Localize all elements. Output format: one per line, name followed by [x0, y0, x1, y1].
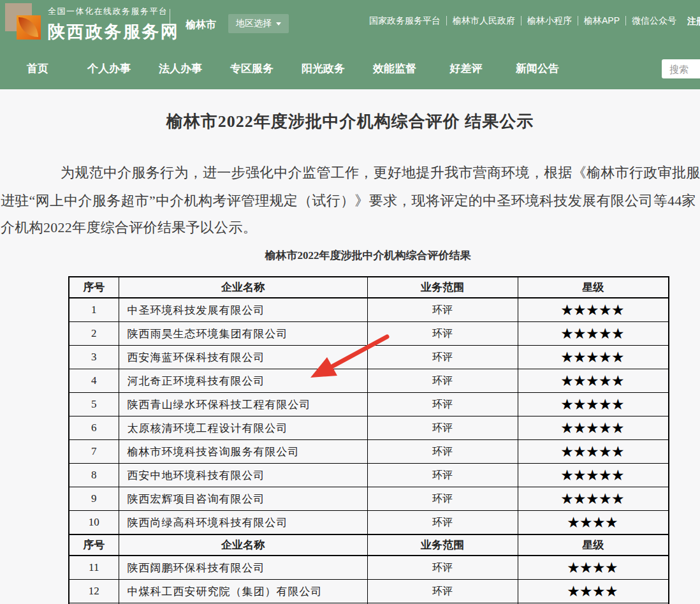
- cell-name: 陕西阔鹏环保科技有限公司: [119, 556, 367, 580]
- col-header-scope: 业务范围: [367, 534, 518, 556]
- search-input[interactable]: [662, 59, 700, 78]
- header-link[interactable]: 微信公众号: [626, 16, 682, 26]
- cell-name: 陕西青山绿水环保科技工程有限公司: [119, 393, 367, 416]
- cell-stars: ★★★★★: [518, 416, 669, 440]
- cell-scope: 环评: [367, 440, 518, 464]
- cell-name: 榆林市环境科技咨询服务有限公司: [119, 440, 367, 464]
- cell-no: 1: [69, 298, 119, 322]
- main-nav: 首页个人办事法人办事专区服务阳光政务效能监督好差评新闻公告: [0, 48, 700, 89]
- register-link[interactable]: 注册: [687, 16, 700, 27]
- cell-stars: ★★★★★: [518, 487, 669, 511]
- cell-no: 4: [69, 369, 119, 393]
- table-row: 5 陕西青山绿水环保科技工程有限公司 环评 ★★★★★: [69, 393, 669, 416]
- col-header-stars: 星级: [518, 277, 669, 298]
- col-header-name: 企业名称: [119, 534, 367, 556]
- page-title: 榆林市2022年度涉批中介机构综合评价 结果公示: [0, 110, 700, 133]
- nav-item[interactable]: 好差评: [430, 48, 502, 89]
- cell-no: 2: [69, 322, 119, 346]
- nav-item[interactable]: 新闻公告: [502, 48, 573, 89]
- cell-scope: 环评: [367, 464, 518, 487]
- cell-stars: ★★★★: [518, 511, 669, 535]
- cell-name: 太原核清环境工程设计有限公司: [119, 416, 367, 440]
- cell-name: 西安中地环境科技有限公司: [119, 464, 367, 487]
- col-header-no: 序号: [69, 534, 119, 556]
- cell-no: 12: [69, 580, 119, 603]
- cell-name: 河北奇正环境科技有限公司: [119, 369, 367, 393]
- table-header-row: 序号 企业名称 业务范围 星级: [69, 277, 669, 298]
- cell-scope: 环评: [367, 416, 518, 440]
- article-paragraph-line: 为规范中介服务行为，进一步强化中介监管工作，更好地提升我市营商环境，根据《榆林市…: [61, 163, 700, 182]
- cell-stars: ★★★★★: [518, 369, 669, 393]
- cell-stars: ★★★★: [518, 580, 669, 603]
- cell-scope: 环评: [367, 580, 518, 603]
- cell-no: 3: [69, 346, 119, 369]
- table-row: 11 陕西阔鹏环保科技有限公司 环评 ★★★★: [69, 556, 669, 580]
- cell-no: 6: [69, 416, 119, 440]
- brand-block: 全国一体化在线政务服务平台 陕西政务服务网: [48, 6, 180, 43]
- table-row: 10 陕西尚绿高科环境科技有限公司 环评 ★★★★: [69, 511, 669, 535]
- cell-name: 西安海蓝环保科技有限公司: [119, 346, 367, 369]
- region-select-label: 地区选择: [236, 18, 272, 29]
- nav-item[interactable]: 效能监督: [359, 48, 430, 89]
- cell-name: 中圣环境科技发展有限公司: [119, 298, 367, 322]
- header-links: 国家政务服务平台榆林市人民政府榆林小程序榆林APP微信公众号: [363, 16, 682, 26]
- table-header-row: 序号 企业名称 业务范围 星级: [69, 534, 669, 556]
- col-header-stars: 星级: [518, 534, 669, 556]
- cell-name: 中煤科工西安研究院（集团）有限公司: [119, 580, 367, 603]
- header-link[interactable]: 榆林APP: [578, 16, 626, 26]
- site-header: 全国一体化在线政务服务平台 陕西政务服务网 榆林市 地区选择 国家政务服务平台榆…: [0, 0, 700, 48]
- header-link[interactable]: 国家政务服务平台: [363, 16, 447, 26]
- cell-stars: ★★★★★: [518, 440, 669, 464]
- cell-scope: 环评: [367, 322, 518, 346]
- article-paragraph-line: 介机构2022年度综合评价结果予以公示。: [1, 218, 257, 237]
- cell-stars: ★★★★★: [518, 346, 669, 369]
- header-divider: [170, 9, 170, 38]
- nav-items: 首页个人办事法人办事专区服务阳光政务效能监督好差评新闻公告: [2, 48, 573, 89]
- nav-item[interactable]: 首页: [2, 48, 73, 89]
- cell-scope: 环评: [367, 511, 518, 535]
- cell-stars: ★★★★★: [518, 298, 669, 322]
- cell-scope: 环评: [367, 298, 518, 322]
- cell-no: 10: [69, 511, 119, 535]
- cell-no: 11: [69, 556, 119, 580]
- cell-name: 陕西宏辉项目咨询有限公司: [119, 487, 367, 511]
- cell-scope: 环评: [367, 369, 518, 393]
- nav-item[interactable]: 个人办事: [73, 48, 145, 89]
- cell-stars: ★★★★★: [518, 393, 669, 416]
- cell-scope: 环评: [367, 487, 518, 511]
- chevron-down-icon: [276, 22, 281, 26]
- nav-item[interactable]: 法人办事: [145, 48, 216, 89]
- platform-name: 全国一体化在线政务服务平台: [48, 6, 180, 17]
- cell-stars: ★★★★★: [518, 322, 669, 346]
- cell-name: 陕西尚绿高科环境科技有限公司: [119, 511, 367, 535]
- col-header-scope: 业务范围: [367, 277, 518, 298]
- header-link[interactable]: 榆林市人民政府: [447, 16, 521, 26]
- current-city-label: 榆林市: [186, 18, 216, 32]
- nav-item[interactable]: 专区服务: [216, 48, 288, 89]
- cell-no: 7: [69, 440, 119, 464]
- region-select-button[interactable]: 地区选择: [228, 14, 289, 33]
- table-row: 8 西安中地环境科技有限公司 环评 ★★★★★: [69, 464, 669, 487]
- site-logo-icon: [5, 3, 41, 41]
- col-header-name: 企业名称: [119, 277, 367, 298]
- table-row: 7 榆林市环境科技咨询服务有限公司 环评 ★★★★★: [69, 440, 669, 464]
- cell-scope: 环评: [367, 346, 518, 369]
- cell-scope: 环评: [367, 556, 518, 580]
- cell-scope: 环评: [367, 393, 518, 416]
- table-row: 1 中圣环境科技发展有限公司 环评 ★★★★★: [69, 298, 669, 322]
- cell-no: 9: [69, 487, 119, 511]
- cell-name: 陕西雨昊生态环境集团有限公司: [119, 322, 367, 346]
- table-caption: 榆林市2022年度涉批中介机构综合评价结果: [68, 248, 667, 263]
- table-row: 2 陕西雨昊生态环境集团有限公司 环评 ★★★★★: [69, 322, 669, 346]
- table-row: 4 河北奇正环境科技有限公司 环评 ★★★★★: [69, 369, 669, 393]
- site-name: 陕西政务服务网: [48, 20, 180, 43]
- cell-no: 8: [69, 464, 119, 487]
- nav-item[interactable]: 阳光政务: [288, 48, 359, 89]
- cell-stars: ★★★★★: [518, 464, 669, 487]
- table-row: 6 太原核清环境工程设计有限公司 环评 ★★★★★: [69, 416, 669, 440]
- header-link[interactable]: 榆林小程序: [521, 16, 578, 26]
- cell-no: 5: [69, 393, 119, 416]
- cell-stars: ★★★★: [518, 556, 669, 580]
- table-row: 12 中煤科工西安研究院（集团）有限公司 环评 ★★★★: [69, 580, 669, 603]
- table-row: 3 西安海蓝环保科技有限公司 环评 ★★★★★: [69, 346, 669, 369]
